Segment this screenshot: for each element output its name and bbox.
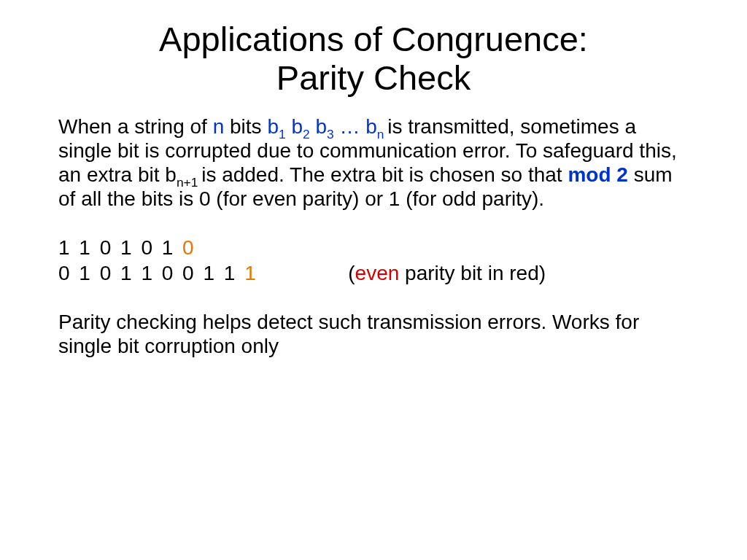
bit-bn: bn	[365, 115, 387, 138]
bit-b3: b3	[315, 115, 333, 138]
title-line-1: Applications of Congruence:	[159, 20, 588, 58]
text: bits	[224, 115, 267, 138]
title-line-2: Parity Check	[276, 58, 471, 97]
ellipsis: …	[334, 115, 366, 138]
parity-bit: 1	[244, 262, 258, 284]
intro-paragraph: When a string of n bits b1 b2 b3 … bn is…	[58, 114, 689, 211]
bit-string-1: 1 1 0 1 0 1 0	[58, 236, 689, 260]
text: When a string of	[58, 115, 213, 138]
var-n: n	[213, 115, 225, 138]
text: is added. The extra bit is chosen so tha…	[201, 163, 568, 186]
bit-b2: b2	[291, 115, 309, 138]
bits: 1 1 0 1 0 1	[58, 236, 182, 259]
slide-body: When a string of n bits b1 b2 b3 … bn is…	[58, 114, 689, 358]
parity-note: (even parity bit in red)	[348, 261, 546, 285]
bit-string-2-row: 0 1 0 1 1 0 0 1 1 1 (even parity bit in …	[58, 261, 689, 285]
bits: 0 1 0 1 1 0 0 1 1	[58, 262, 244, 284]
parity-bit: 0	[182, 236, 196, 259]
slide: Applications of Congruence: Parity Check…	[0, 0, 747, 560]
slide-title: Applications of Congruence: Parity Check	[58, 20, 689, 97]
even-word: even	[355, 262, 400, 284]
closing-paragraph: Parity checking helps detect such transm…	[58, 310, 689, 358]
bit-b1: b1	[267, 115, 285, 138]
bit-string-2: 0 1 0 1 1 0 0 1 1 1	[58, 261, 258, 285]
mod2: mod 2	[568, 163, 627, 186]
